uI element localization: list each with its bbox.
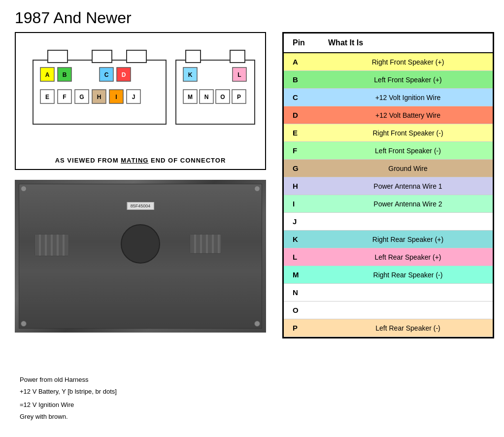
svg-text:L: L <box>237 71 241 78</box>
pin-letter: J <box>284 217 318 226</box>
pin-letter: H <box>284 182 318 190</box>
table-row: FLeft Front Speaker (-) <box>284 142 493 160</box>
pin-description <box>318 307 493 313</box>
svg-text:J: J <box>132 94 135 101</box>
svg-rect-1 <box>48 50 67 63</box>
note-line4: Grey with brown. <box>20 411 117 422</box>
svg-rect-2 <box>92 50 112 63</box>
svg-text:B: B <box>63 71 67 78</box>
connector-label: AS VIEWED FROM MATING END OF CONNECTOR <box>16 157 265 164</box>
table-row: GGround Wire <box>284 160 493 177</box>
svg-text:A: A <box>45 71 50 78</box>
svg-text:F: F <box>63 94 66 101</box>
table-row: ARight Front Speaker (+) <box>284 53 493 71</box>
connector-diagram-box: A B C D E F G H I J <box>15 32 266 170</box>
notes-area: Power from old Harness +12 V Battery, Y … <box>20 374 117 422</box>
pin-description: Left Front Speaker (+) <box>318 73 493 87</box>
pin-letter: I <box>284 200 318 208</box>
table-row: N <box>284 284 493 302</box>
photo-area: 85F45004 <box>15 180 266 333</box>
page-title: 1987 And Newer <box>15 9 132 27</box>
svg-text:I: I <box>115 94 117 101</box>
svg-rect-25 <box>186 50 201 63</box>
pin-description: +12 Volt Battery Wire <box>318 108 493 122</box>
svg-text:O: O <box>220 94 225 101</box>
pin-letter: G <box>284 164 318 172</box>
label-sticker: 85F45004 <box>127 202 154 210</box>
pin-rows: ARight Front Speaker (+)BLeft Front Spea… <box>284 53 493 337</box>
pin-letter: B <box>284 75 318 84</box>
table-row: J <box>284 213 493 231</box>
pin-letter: O <box>284 306 318 314</box>
pin-letter: P <box>284 324 318 332</box>
table-row: O <box>284 302 493 319</box>
pin-description: Power Antenna Wire 2 <box>318 197 493 211</box>
note-line2: +12 V Battery, Y [b lstripe, br dots] <box>20 386 117 397</box>
svg-text:P: P <box>237 94 241 101</box>
pin-description: Power Antenna Wire 1 <box>318 179 493 193</box>
screw-bl <box>21 321 27 327</box>
connector-left <box>34 234 69 256</box>
note-line1: Power from old Harness <box>20 374 117 385</box>
svg-text:N: N <box>204 94 209 101</box>
pin-letter: C <box>284 93 318 101</box>
table-row: ERight Front Speaker (-) <box>284 124 493 142</box>
pin-description: Ground Wire <box>318 162 493 175</box>
pin-letter: F <box>284 146 318 155</box>
svg-rect-26 <box>230 50 245 63</box>
pin-description <box>318 219 493 225</box>
svg-text:C: C <box>104 71 109 78</box>
pin-description: Right Front Speaker (-) <box>318 126 493 140</box>
table-row: LLeft Rear Speaker (+) <box>284 248 493 266</box>
pin-description: Left Front Speaker (-) <box>318 144 493 158</box>
pin-description: Right Front Speaker (+) <box>318 55 493 69</box>
pin-description: Right Rear Speaker (-) <box>318 268 493 282</box>
pin-letter: D <box>284 111 318 119</box>
what-col-header: What It Is <box>318 38 493 47</box>
pin-col-header: Pin <box>284 38 318 47</box>
svg-text:M: M <box>188 94 193 101</box>
screw-br <box>254 321 260 327</box>
svg-text:H: H <box>97 94 101 101</box>
pin-letter: M <box>284 270 318 279</box>
pin-description: Left Rear Speaker (+) <box>318 250 493 264</box>
pin-description: Left Rear Speaker (-) <box>318 321 493 335</box>
pin-letter: E <box>284 129 318 137</box>
pin-letter: K <box>284 235 318 243</box>
table-row: IPower Antenna Wire 2 <box>284 195 493 213</box>
screw-tl <box>21 186 27 192</box>
pin-letter: A <box>284 58 318 66</box>
pin-table-header: Pin What It Is <box>284 34 493 53</box>
pin-description: +12 Volt Ignition Wire <box>318 91 493 104</box>
svg-text:D: D <box>122 71 126 78</box>
connector-right <box>190 234 222 254</box>
pin-description <box>318 290 493 296</box>
table-row: C+12 Volt Ignition Wire <box>284 89 493 106</box>
screw-tr <box>254 186 260 192</box>
pin-letter: L <box>284 253 318 261</box>
photo-inner: 85F45004 <box>15 180 266 333</box>
svg-rect-3 <box>127 50 146 63</box>
pin-table: Pin What It Is ARight Front Speaker (+)B… <box>282 32 494 338</box>
connector-label-underline: MATING <box>121 157 148 164</box>
connector-svg: A B C D E F G H I J <box>23 40 258 136</box>
table-row: KRight Rear Speaker (+) <box>284 231 493 248</box>
note-line3: =12 V Ignition Wire <box>20 399 117 410</box>
pin-letter: N <box>284 288 318 297</box>
table-row: PLeft Rear Speaker (-) <box>284 319 493 337</box>
svg-text:K: K <box>188 71 193 78</box>
svg-text:G: G <box>79 94 84 101</box>
table-row: D+12 Volt Battery Wire <box>284 106 493 124</box>
pin-description: Right Rear Speaker (+) <box>318 233 493 246</box>
table-row: HPower Antenna Wire 1 <box>284 177 493 195</box>
center-element <box>121 224 160 264</box>
table-row: BLeft Front Speaker (+) <box>284 71 493 89</box>
table-row: MRight Rear Speaker (-) <box>284 266 493 284</box>
svg-text:E: E <box>45 94 49 101</box>
